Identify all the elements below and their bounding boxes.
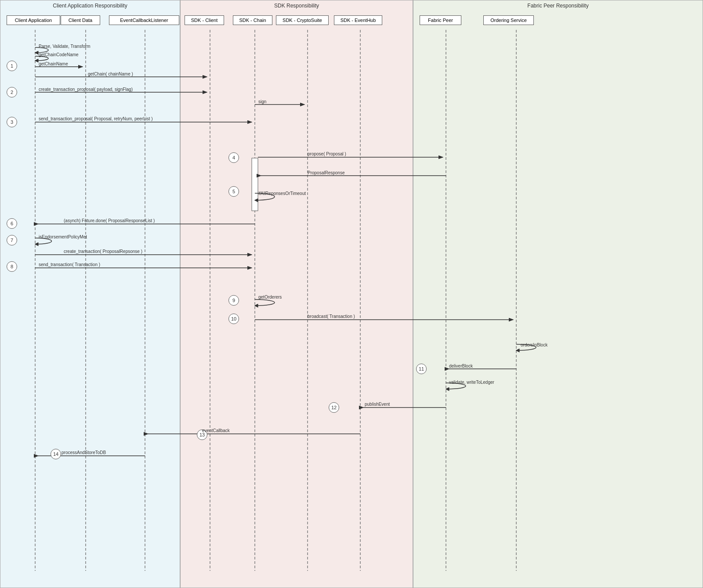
diagram: Client Application Responsibility SDK Re… xyxy=(0,0,703,588)
label-getorderers: getOrderers xyxy=(258,295,282,299)
step-1: 1 xyxy=(7,61,17,71)
label-ordersinblock: ordersInBlock xyxy=(521,343,547,347)
label-publish: publishEvent xyxy=(365,402,390,407)
zone-fabric-title: Fabric Peer Responsibility xyxy=(413,0,703,11)
actor-event-callback: EventCallbackListener xyxy=(109,15,179,25)
zone-fabric: Fabric Peer Responsibility xyxy=(413,0,703,588)
step-9: 9 xyxy=(228,295,239,306)
step-14: 14 xyxy=(51,449,61,459)
actor-ordering: Ordering Service xyxy=(483,15,534,25)
label-send-txn: send_transaction( Transaction ) xyxy=(39,262,100,267)
label-deliverblock: deliverBlock xyxy=(449,364,473,368)
step-4: 4 xyxy=(228,152,239,163)
actor-fabric-peer: Fabric Peer xyxy=(420,15,461,25)
label-propose: propose( Proposal ) xyxy=(308,152,346,156)
step-2: 2 xyxy=(7,87,17,97)
step-8: 8 xyxy=(7,261,17,272)
label-getchain: getChain( chainName ) xyxy=(88,72,133,76)
label-sign: sign xyxy=(258,99,266,104)
step-6: 6 xyxy=(7,218,17,229)
label-validate: validate, writeToLedger xyxy=(449,380,494,385)
zone-sdk-title: SDK Responsibility xyxy=(181,0,413,11)
label-parse: Parse, Validate, Transform xyxy=(39,44,91,49)
label-getchaincodename: getChainCodeName xyxy=(39,52,79,57)
label-ifall: ifAllReponsesOrTimeout xyxy=(258,191,306,196)
step-10: 10 xyxy=(228,314,239,324)
label-create-txn: create_transaction( ProposalRepsonse ) xyxy=(64,249,142,254)
actor-client-app: Client Application xyxy=(7,15,60,25)
actor-client-data: Client Data xyxy=(61,15,100,25)
actor-sdk-chain: SDK - Chain xyxy=(233,15,272,25)
label-eventcallback: eventCallback xyxy=(202,428,230,433)
label-send-txn-proposal: send_transaction_proposal( Proposal, ret… xyxy=(39,116,153,121)
zone-client-title: Client Application Responsibility xyxy=(0,0,180,11)
step-11: 11 xyxy=(416,364,427,374)
label-process: processAndStoreToDB xyxy=(62,450,106,455)
label-proposal-response: ProposalResponse xyxy=(308,170,345,175)
step-7: 7 xyxy=(7,235,17,245)
actor-sdk-eventhub: SDK - EventHub xyxy=(334,15,382,25)
zone-sdk: SDK Responsibility xyxy=(180,0,413,588)
label-create-txn-proposal: create_transaction_proposal( payload, si… xyxy=(39,87,133,92)
actor-sdk-client: SDK - Client xyxy=(185,15,224,25)
label-future-done: (asynch) Future.done( ProposalResponseLi… xyxy=(64,218,155,223)
label-endorsement: isEndorsementPolicyMet xyxy=(39,234,87,239)
label-getchainname: getChainName xyxy=(39,61,68,66)
step-3: 3 xyxy=(7,117,17,127)
step-12: 12 xyxy=(329,402,339,413)
step-5: 5 xyxy=(228,186,239,197)
actor-sdk-crypto: SDK - CryptoSuite xyxy=(276,15,329,25)
label-broadcast: broadcast( Transaction ) xyxy=(308,314,355,319)
